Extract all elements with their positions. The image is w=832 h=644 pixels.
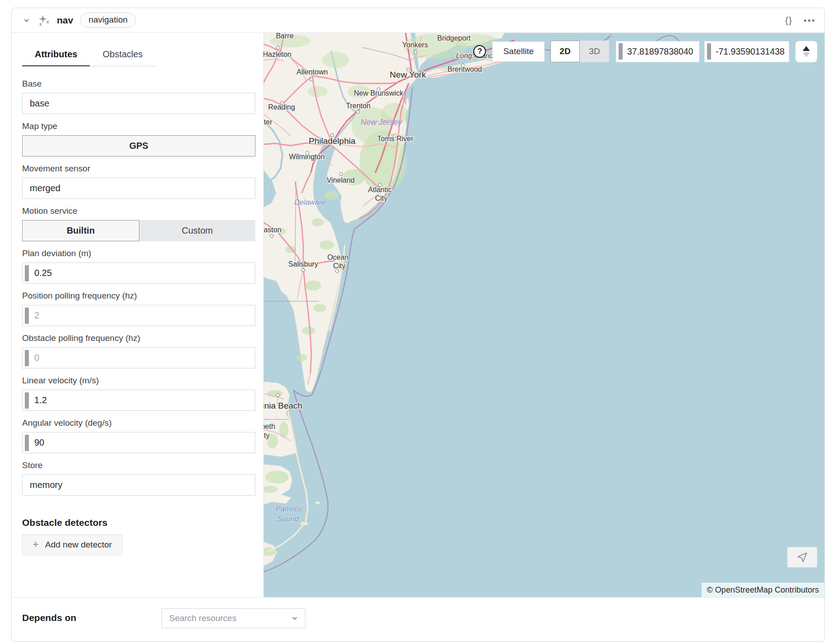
position-polling-frequency-input[interactable]: 2 [22, 305, 255, 326]
drag-handle[interactable] [25, 350, 29, 366]
json-braces-icon[interactable]: {} [785, 15, 792, 26]
map-label: New Brunswick [354, 89, 403, 97]
map-label: Yonkers [402, 41, 428, 49]
map-type-button[interactable]: GPS [22, 135, 255, 156]
map-label: Allentown [296, 68, 328, 76]
card-header: x x nav navigation {} [12, 8, 824, 33]
base-label: Base [22, 79, 255, 89]
stepper-down-icon [803, 52, 810, 57]
service-type-badge: navigation [80, 13, 136, 28]
obstacle-detectors-heading: Obstacle detectors [22, 517, 255, 528]
map-label: Delaware [294, 198, 326, 206]
map-label: aston [263, 226, 281, 234]
map-label: New York [390, 70, 426, 79]
drag-handle[interactable] [25, 435, 29, 451]
tab-attributes[interactable]: Attributes [22, 45, 90, 66]
motion-service-toggle: BuiltinCustom [22, 220, 255, 241]
map-label: Barre [276, 33, 293, 40]
map-label: Reading [268, 103, 295, 111]
service-card: x x nav navigation {} Attributes Obstacl… [11, 8, 825, 642]
map-label: City [263, 432, 270, 439]
linear-velocity-label: Linear velocity (m/s) [22, 376, 255, 386]
movement-sensor-input[interactable]: merged [22, 178, 255, 199]
satellite-button[interactable]: Satellite [492, 41, 545, 62]
ellipsis-menu-icon[interactable] [804, 19, 814, 22]
navigation-service-icon: x x [37, 14, 50, 27]
map-label: Bridgeport [437, 34, 471, 42]
map-attribution: © OpenStreetMap Contributors [702, 583, 824, 597]
tab-obstacles[interactable]: Obstacles [90, 45, 155, 66]
config-panel: Attributes Obstacles BasebaseMap typeGPS… [12, 33, 263, 597]
plus-icon: + [32, 538, 39, 551]
map-label: Sound [277, 515, 299, 523]
map-label: City [375, 194, 388, 202]
collapse-chevron-icon[interactable] [22, 15, 32, 25]
locate-button[interactable] [787, 547, 817, 567]
map-type-field: Map typeGPS [22, 121, 255, 156]
map-panel[interactable]: BarreHazletonAllentownReadingterNew York… [263, 33, 824, 597]
angular-velocity-field: Angular velocity (deg/s)90 [22, 418, 255, 453]
map-label: Virginia Beach [263, 401, 302, 410]
movement-sensor-label: Movement sensor [22, 164, 255, 174]
map-label: Salisbury [288, 260, 318, 268]
add-detector-button[interactable]: + Add new detector [22, 534, 122, 555]
map-label: Hazleton [263, 51, 291, 58]
base-field: Basebase [22, 79, 255, 114]
map-label: Toms River [377, 135, 414, 143]
map-canvas: BarreHazletonAllentownReadingterNew York… [263, 33, 824, 597]
stepper-up-icon [803, 46, 810, 51]
map-label: Wilmington [289, 153, 324, 161]
map-label: ter [264, 118, 273, 126]
store-field: Storememory [22, 460, 255, 496]
linear-velocity-input[interactable]: 1.2 [22, 390, 255, 411]
angular-velocity-label: Angular velocity (deg/s) [22, 418, 255, 428]
base-input[interactable]: base [22, 93, 255, 114]
card-footer: Depends on Search resources [12, 597, 824, 641]
obstacle-polling-frequency-field: Obstacle polling frequency (hz)0 [22, 333, 255, 368]
map-label: Ocean [327, 253, 348, 261]
select-placeholder: Search resources [169, 613, 291, 623]
drag-handle[interactable] [25, 392, 29, 409]
attributes-form: BasebaseMap typeGPSMovement sensormerged… [22, 79, 255, 496]
plan-deviation-input[interactable]: 0.25 [22, 262, 255, 284]
obstacle-polling-frequency-input[interactable]: 0 [22, 347, 255, 368]
map-label: Trenton [346, 102, 371, 110]
map-label: Atlantic [368, 186, 392, 193]
linear-velocity-field: Linear velocity (m/s)1.2 [22, 376, 255, 411]
store-label: Store [22, 460, 255, 470]
drag-handle[interactable] [25, 308, 29, 324]
map-type-label: Map type [22, 121, 255, 131]
navigate-arrow-icon [796, 552, 808, 563]
obstacle-polling-frequency-label: Obstacle polling frequency (hz) [22, 333, 255, 343]
map-label: Philadelphia [309, 136, 356, 146]
service-title: nav [57, 15, 73, 26]
help-icon[interactable]: ? [473, 45, 486, 58]
motion-service-field: Motion serviceBuiltinCustom [22, 206, 255, 241]
motion-service-label: Motion service [22, 206, 255, 216]
chevron-down-icon [291, 614, 299, 622]
map-label: Vineland [327, 176, 355, 184]
store-input[interactable]: memory [22, 474, 255, 496]
drag-handle[interactable] [619, 43, 623, 60]
plan-deviation-label: Plan deviation (m) [22, 248, 255, 258]
drag-handle[interactable] [707, 43, 711, 60]
tab-bar: Attributes Obstacles [22, 45, 155, 66]
depends-on-select[interactable]: Search resources [162, 608, 305, 628]
motion-service-option-custom[interactable]: Custom [139, 220, 256, 241]
movement-sensor-field: Movement sensormerged [22, 164, 255, 199]
map-label: Pamlico [276, 505, 302, 513]
zoom-stepper-button[interactable] [795, 41, 817, 62]
map-label: Elizabeth [263, 423, 275, 430]
depends-on-heading: Depends on [22, 612, 76, 623]
angular-velocity-input[interactable]: 90 [22, 432, 255, 453]
drag-handle[interactable] [25, 265, 29, 281]
map-label: City [333, 262, 346, 270]
map-2d-button[interactable]: 2D [550, 41, 580, 62]
position-polling-frequency-field: Position polling frequency (hz)2 [22, 291, 255, 326]
motion-service-option-builtin[interactable]: Builtin [22, 220, 139, 241]
plan-deviation-field: Plan deviation (m)0.25 [22, 248, 255, 284]
svg-text:x: x [39, 22, 42, 27]
latitude-input[interactable]: 37.81897838040 [616, 41, 699, 62]
map-3d-button[interactable]: 3D [580, 41, 609, 62]
longitude-input[interactable]: -71.93590131438 [704, 41, 789, 62]
